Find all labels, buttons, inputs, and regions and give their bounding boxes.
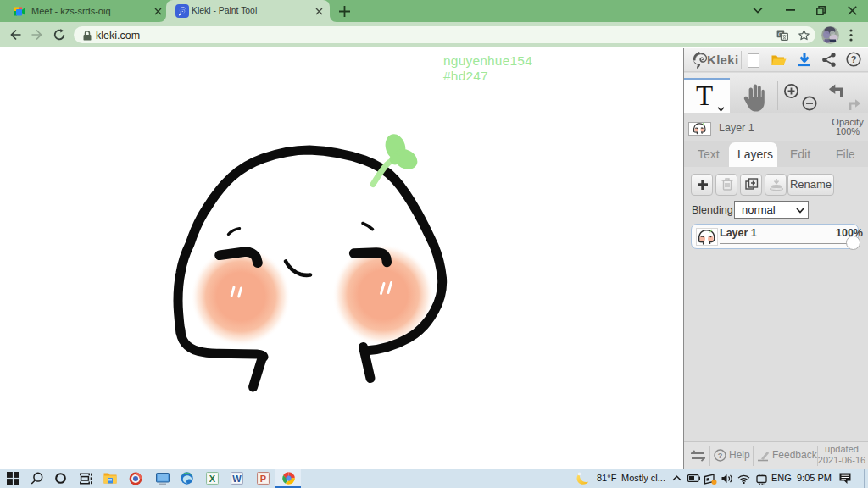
svg-text:?: ?: [718, 452, 723, 460]
svg-text:?: ?: [851, 54, 857, 64]
svg-text:P: P: [260, 474, 266, 484]
svg-text:W: W: [232, 474, 242, 484]
svg-text:X: X: [209, 474, 216, 484]
